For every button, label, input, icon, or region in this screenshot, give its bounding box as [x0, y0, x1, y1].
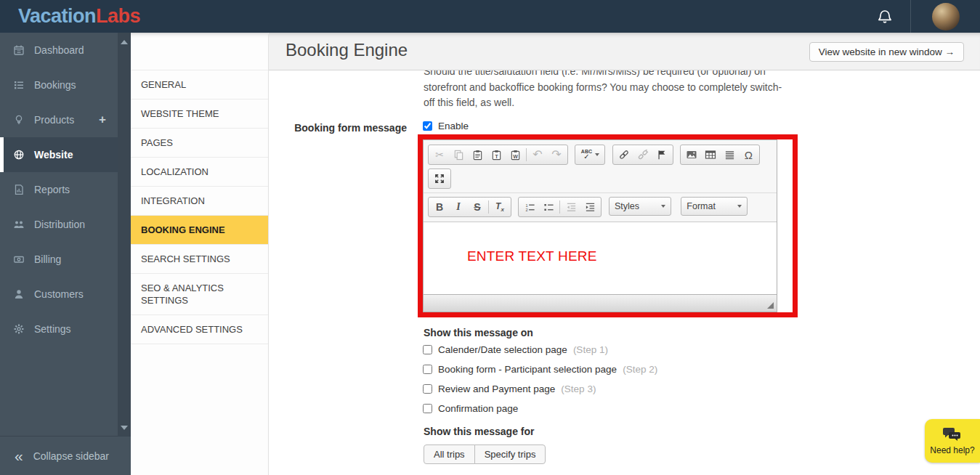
sidebar-item-products[interactable]: Products +	[0, 102, 118, 137]
user-icon	[13, 288, 25, 300]
sidebar-item-label: Reports	[34, 184, 70, 195]
website-settings-nav: GENERAL WEBSITE THEME PAGES LOCALIZATION…	[131, 33, 269, 475]
sidebar-scrollbar[interactable]	[118, 33, 131, 436]
view-website-button[interactable]: View website in new window →	[809, 42, 964, 62]
subnav-item-website-theme[interactable]: WEBSITE THEME	[131, 100, 268, 129]
globe-icon	[13, 149, 25, 161]
need-help-button[interactable]: Need help?	[925, 419, 980, 463]
sidebar-item-label: Bookings	[34, 79, 76, 91]
subnav-item-search-settings[interactable]: SEARCH SETTINGS	[131, 245, 268, 274]
main-content: Should the title/salutation field (i.e. …	[269, 70, 980, 475]
resize-handle-icon[interactable]	[767, 302, 774, 309]
show-message-on-options: Calender/Date selection page (Step 1) Bo…	[423, 344, 657, 414]
unlink-icon[interactable]	[633, 147, 652, 163]
brand-logo[interactable]: VacationLabs	[18, 5, 140, 28]
indent-icon[interactable]	[580, 199, 599, 215]
sidebar-item-website[interactable]: Website	[0, 137, 118, 172]
redo-icon[interactable]: ↷	[547, 147, 566, 163]
report-file-icon	[13, 184, 25, 195]
editor-content-area[interactable]: ENTER TEXT HERE	[424, 222, 777, 294]
rich-text-editor: ✂ T W ↶	[423, 139, 777, 312]
subnav-item-integration[interactable]: INTEGRATION	[131, 187, 268, 216]
enable-checkbox-row[interactable]: Enable	[423, 121, 469, 131]
step-badge: (Step 2)	[623, 364, 657, 375]
user-menu[interactable]	[911, 3, 980, 31]
strikethrough-icon[interactable]: S	[468, 199, 487, 215]
step-badge: (Step 3)	[561, 383, 596, 394]
all-trips-button[interactable]: All trips	[424, 444, 475, 464]
sidebar-item-reports[interactable]: Reports	[0, 172, 118, 207]
sidebar-item-billing[interactable]: Billing	[0, 242, 118, 277]
review-payment-checkbox[interactable]	[423, 384, 432, 394]
annotation-red-rectangle: ✂ T W ↶	[418, 134, 798, 317]
booking-form-checkbox[interactable]	[423, 365, 432, 374]
gear-icon	[13, 323, 25, 335]
editor-status-bar	[424, 294, 777, 312]
image-icon[interactable]	[682, 147, 701, 163]
booking-form-message-label: Booking form message	[283, 122, 407, 134]
toolbar-divider	[424, 192, 777, 193]
paste-as-text-icon[interactable]: T	[487, 147, 506, 163]
scroll-up-icon[interactable]	[121, 40, 128, 44]
sidebar-item-dashboard[interactable]: Dashboard	[0, 33, 118, 68]
anchor-flag-icon[interactable]	[652, 147, 671, 163]
brand-part-2: Labs	[96, 5, 140, 27]
italic-icon[interactable]: I	[449, 199, 468, 215]
subnav-item-seo-analytics-settings[interactable]: SEO & ANALYTICS SETTINGS	[131, 274, 268, 315]
horizontal-rule-icon[interactable]	[720, 147, 739, 163]
copy-icon[interactable]	[449, 147, 468, 163]
notifications-button[interactable]	[859, 9, 910, 25]
numbered-list-icon[interactable]: 12	[520, 199, 539, 215]
subnav-item-pages[interactable]: PAGES	[131, 129, 268, 158]
sidebar: Dashboard Bookings Products + Website	[0, 33, 118, 475]
banknote-icon	[13, 253, 25, 265]
sidebar-item-distribution[interactable]: Distribution	[0, 207, 118, 242]
svg-text:T: T	[495, 153, 498, 159]
specify-trips-button[interactable]: Specify trips	[474, 444, 546, 464]
sidebar-item-bookings[interactable]: Bookings	[0, 68, 118, 102]
enable-checkbox[interactable]	[423, 121, 432, 131]
outdent-icon[interactable]	[562, 199, 580, 215]
bold-icon[interactable]: B	[430, 199, 449, 215]
scroll-down-icon[interactable]	[121, 426, 128, 430]
maximize-icon[interactable]	[430, 171, 449, 187]
option-review-payment-page[interactable]: Review and Payment page (Step 3)	[423, 383, 657, 394]
users-icon	[13, 219, 25, 230]
paste-from-word-icon[interactable]: W	[506, 147, 525, 163]
subnav-item-localization[interactable]: LOCALIZATION	[131, 158, 268, 187]
format-dropdown[interactable]: Format	[681, 197, 748, 216]
sidebar-item-label: Dashboard	[34, 44, 84, 56]
sidebar-item-label: Distribution	[34, 219, 85, 230]
table-icon[interactable]	[701, 147, 720, 163]
confirmation-checkbox[interactable]	[423, 404, 432, 413]
svg-text:2: 2	[525, 208, 527, 212]
calendar-date-checkbox[interactable]	[423, 345, 432, 354]
chat-bubbles-icon	[943, 426, 962, 442]
paste-icon[interactable]	[468, 147, 487, 163]
remove-format-icon[interactable]: Tx	[490, 199, 509, 215]
option-calendar-date-page[interactable]: Calender/Date selection page (Step 1)	[423, 344, 657, 355]
subnav-item-general[interactable]: GENERAL	[131, 70, 268, 100]
collapse-sidebar-button[interactable]: « Collapse sidebar	[0, 436, 131, 475]
link-icon[interactable]	[615, 147, 633, 163]
option-booking-form-page[interactable]: Booking form - Participant selection pag…	[423, 364, 657, 375]
spellcheck-icon[interactable]: ABC✓	[577, 147, 603, 163]
svg-text:W: W	[513, 153, 518, 158]
add-product-button[interactable]: +	[99, 113, 106, 127]
special-character-icon[interactable]: Ω	[739, 147, 758, 163]
subnav-item-advanced-settings[interactable]: ADVANCED SETTINGS	[131, 315, 268, 344]
sidebar-item-customers[interactable]: Customers	[0, 277, 118, 312]
show-message-for-heading: Show this message for	[424, 426, 534, 437]
editor-toolbar: ✂ T W ↶	[424, 140, 777, 222]
cut-icon[interactable]: ✂	[430, 147, 449, 163]
styles-dropdown[interactable]: Styles	[609, 197, 671, 216]
sidebar-item-label: Settings	[34, 323, 71, 335]
undo-icon[interactable]: ↶	[528, 147, 547, 163]
page-title: Booking Engine	[286, 40, 408, 60]
sidebar-item-settings[interactable]: Settings	[0, 312, 118, 346]
need-help-label: Need help?	[930, 445, 974, 455]
bulleted-list-icon[interactable]	[539, 199, 558, 215]
option-confirmation-page[interactable]: Confirmation page	[423, 403, 657, 414]
subnav-item-booking-engine[interactable]: BOOKING ENGINE	[131, 216, 268, 245]
format-dropdown-label: Format	[687, 201, 716, 211]
